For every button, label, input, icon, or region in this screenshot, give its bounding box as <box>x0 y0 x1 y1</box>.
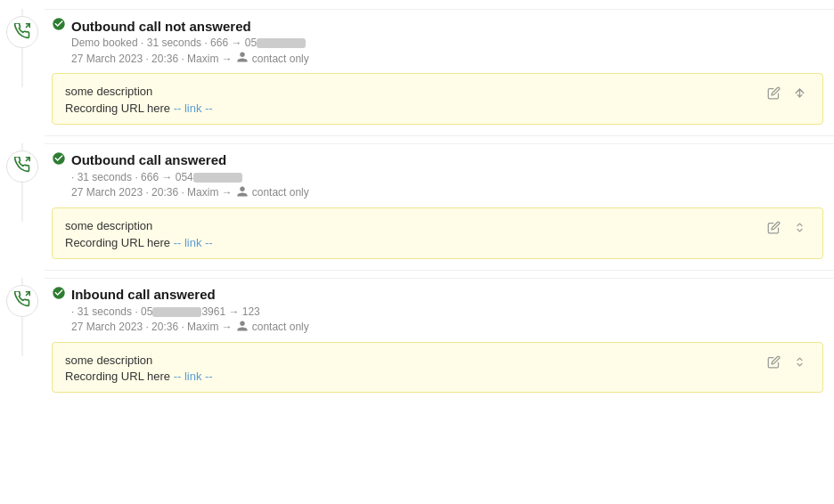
timeline-connector-2 <box>0 143 45 183</box>
recording-link-2: Recording URL here -- link -- <box>65 236 213 249</box>
card-actions-1 <box>764 83 810 104</box>
expand-button-1[interactable] <box>789 85 810 104</box>
expand-button-3[interactable] <box>789 354 810 373</box>
call-meta2-3: 27 March 2023 · 20:36 · Maxim → contact … <box>52 320 823 335</box>
timeline-item: Outbound call not answered Demo booked ·… <box>0 9 834 135</box>
separator-2 <box>45 270 834 271</box>
timeline-connector-3 <box>0 278 45 317</box>
contact-icon-1 <box>236 51 249 66</box>
call-title-2: Outbound call answered <box>71 152 226 167</box>
status-icon-3 <box>52 286 66 304</box>
timeline-connector <box>0 9 45 48</box>
edit-button-3[interactable] <box>764 354 784 373</box>
call-header-3: Inbound call answered <box>52 286 823 304</box>
call-meta1-2: · 31 seconds · 666 → 054 <box>52 171 823 183</box>
contact-icon-3 <box>236 320 249 335</box>
status-icon-1 <box>52 17 66 35</box>
description-box-2: some description Recording URL here -- l… <box>52 207 823 259</box>
card-actions-2 <box>764 217 810 239</box>
phone-icon-inbound-answered <box>6 285 38 317</box>
recording-url-link-1[interactable]: -- link -- <box>174 102 213 115</box>
recording-url-link-3[interactable]: -- link -- <box>174 370 213 383</box>
description-text-1: some description <box>65 83 213 102</box>
phone-icon-outbound-answered <box>6 150 38 183</box>
recording-url-link-2[interactable]: -- link -- <box>174 236 213 249</box>
call-meta2-1: 27 March 2023 · 20:36 · Maxim → contact … <box>52 51 823 66</box>
call-title-3: Inbound call answered <box>71 287 216 302</box>
call-card-1: Outbound call not answered Demo booked ·… <box>45 9 834 135</box>
description-text-3: some description <box>65 352 213 370</box>
recording-link-1: Recording URL here -- link -- <box>65 102 213 115</box>
call-card-2: Outbound call answered · 31 seconds · 66… <box>45 143 834 270</box>
recording-link-3: Recording URL here -- link -- <box>65 370 213 383</box>
timeline: Outbound call not answered Demo booked ·… <box>0 0 834 412</box>
expand-button-2[interactable] <box>789 219 810 239</box>
call-title-1: Outbound call not answered <box>71 19 251 34</box>
description-text-2: some description <box>65 217 213 236</box>
description-box-3: some description Recording URL here -- l… <box>52 342 823 394</box>
call-meta1-3: · 31 seconds · 05 3961 → 123 <box>52 305 823 318</box>
call-card-3: Inbound call answered · 31 seconds · 05 … <box>45 278 834 404</box>
card-actions-3 <box>764 352 810 373</box>
phone-icon-outbound-missed <box>6 16 38 48</box>
timeline-item-2: Outbound call answered · 31 seconds · 66… <box>0 143 834 270</box>
timeline-item-3: Inbound call answered · 31 seconds · 05 … <box>0 278 834 404</box>
edit-button-2[interactable] <box>764 219 784 239</box>
call-meta1-1: Demo booked · 31 seconds · 666 → 05 <box>52 37 823 49</box>
edit-button-1[interactable] <box>764 85 784 104</box>
call-header-2: Outbound call answered <box>52 151 823 169</box>
contact-icon-2 <box>236 185 249 200</box>
separator-1 <box>45 135 834 136</box>
call-meta2-2: 27 March 2023 · 20:36 · Maxim → contact … <box>52 185 823 200</box>
call-header-1: Outbound call not answered <box>52 17 823 35</box>
description-box-1: some description Recording URL here -- l… <box>52 73 823 125</box>
status-icon-2 <box>52 151 66 169</box>
